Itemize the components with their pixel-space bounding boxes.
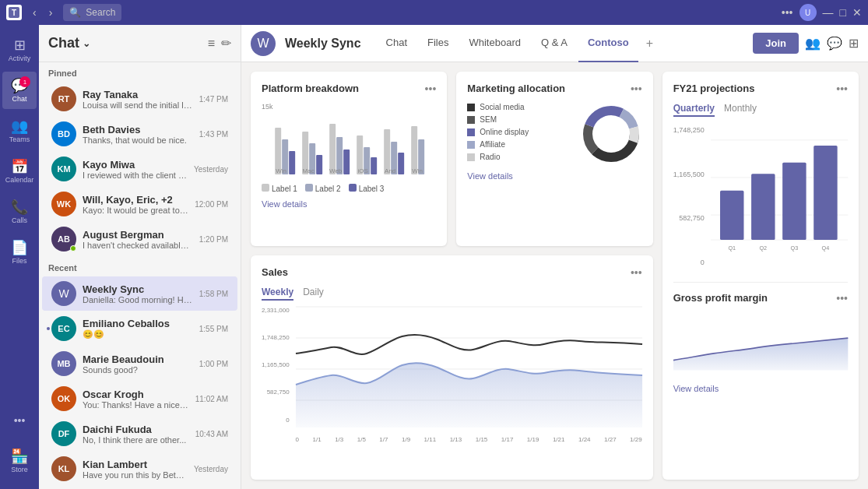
sidebar-item-chat[interactable]: 1 💬 Chat bbox=[2, 72, 37, 109]
tab-daily[interactable]: Daily bbox=[303, 287, 324, 301]
chat-item[interactable]: WK Will, Kayo, Eric, +2 Kayo: It would b… bbox=[42, 187, 237, 221]
chat-title-text: Chat bbox=[48, 35, 79, 51]
sales-x-axis: 01/11/31/51/71/91/111/131/151/171/191/21… bbox=[296, 436, 642, 443]
chat-time: 11:02 AM bbox=[195, 395, 228, 403]
avatar: AB bbox=[51, 227, 76, 252]
legend-label: Social media bbox=[480, 103, 524, 111]
sidebar-item-label: Calendar bbox=[5, 176, 34, 184]
chat-item[interactable]: AB August Bergman I haven't checked avai… bbox=[42, 222, 237, 256]
chat-time: 12:00 PM bbox=[195, 200, 228, 209]
chat-preview: You: Thanks! Have a nice weekend bbox=[83, 400, 189, 410]
gross-profit-menu[interactable]: ••• bbox=[836, 292, 848, 304]
teams-icon: 👥 bbox=[11, 119, 28, 133]
dashboard: Platform breakdown ••• 15k bbox=[241, 62, 868, 489]
legend-color bbox=[467, 116, 475, 124]
user-avatar[interactable]: U bbox=[799, 4, 817, 21]
chat-dropdown-icon[interactable]: ⌄ bbox=[83, 38, 90, 49]
chat-item[interactable]: RT Ray Tanaka Louisa will send the initi… bbox=[42, 82, 237, 116]
chat-time: 1:20 PM bbox=[199, 235, 228, 244]
card-menu-button[interactable]: ••• bbox=[631, 83, 642, 95]
tab-monthly[interactable]: Monthly bbox=[724, 103, 757, 117]
fy21-projections-card: FY21 projections ••• Quarterly Monthly 1… bbox=[662, 72, 859, 480]
tab-qa[interactable]: Q & A bbox=[532, 25, 577, 62]
avatar: WK bbox=[51, 192, 76, 216]
participants-button[interactable]: 👥 bbox=[805, 36, 821, 51]
projection-bars: Q1 Q2 Q3 Q4 bbox=[711, 126, 848, 269]
chat-item[interactable]: MB Marie Beaudouin Sounds good? 1:00 PM bbox=[42, 347, 237, 381]
chat-info: Marie Beaudouin Sounds good? bbox=[83, 354, 193, 375]
projection-chart-area: 1,748,250 1,165,500 582,750 0 bbox=[673, 126, 848, 269]
chat-button[interactable]: 💬 bbox=[827, 36, 842, 51]
y-label: 582,750 bbox=[262, 389, 290, 396]
chat-name: Ray Tanaka bbox=[83, 89, 193, 100]
pinned-section-label: Pinned bbox=[39, 62, 241, 81]
chat-item[interactable]: DF Daichi Fukuda No, I think there are o… bbox=[42, 417, 237, 451]
chat-preview: Kayo: It would be great to sync... bbox=[83, 206, 188, 215]
card-menu-button[interactable]: ••• bbox=[631, 266, 642, 279]
filter-button[interactable]: ≡ bbox=[208, 36, 215, 51]
sidebar-item-teams[interactable]: 👥 Teams bbox=[2, 112, 37, 150]
more-options-button[interactable]: ••• bbox=[782, 6, 793, 19]
chat-item[interactable]: BD Beth Davies Thanks, that would be nic… bbox=[42, 117, 237, 151]
sidebar-item-calls[interactable]: 📞 Calls bbox=[2, 193, 37, 230]
minimize-button[interactable]: — bbox=[823, 6, 834, 19]
view-details-link[interactable]: View details bbox=[673, 384, 848, 393]
chat-preview: Thanks, that would be nice. bbox=[83, 135, 193, 145]
sidebar-item-label: Chat bbox=[12, 95, 26, 103]
view-details-link[interactable]: View details bbox=[262, 199, 436, 209]
tab-contoso[interactable]: Contoso bbox=[578, 25, 638, 62]
chat-item[interactable]: W Weekly Sync Daniella: Good morning! He… bbox=[42, 276, 237, 311]
sidebar-item-store[interactable]: 🏪 Store bbox=[2, 442, 37, 480]
back-button[interactable]: ‹ bbox=[28, 5, 41, 20]
legend-item: Radio bbox=[467, 153, 571, 161]
sidebar-item-files[interactable]: 📄 Files bbox=[2, 234, 37, 271]
chat-item[interactable]: EC Emiliano Ceballos 😊😊 1:55 PM bbox=[42, 311, 237, 346]
chat-info: Daichi Fukuda No, I think there are othe… bbox=[83, 424, 189, 445]
chat-preview: No, I think there are other... bbox=[83, 435, 189, 445]
chat-item[interactable]: OK Oscar Krogh You: Thanks! Have a nice … bbox=[42, 382, 237, 416]
close-button[interactable]: ✕ bbox=[852, 6, 862, 19]
chat-item[interactable]: KL Kian Lambert Have you run this by Bet… bbox=[42, 452, 237, 486]
sales-chart: 01/11/31/51/71/91/111/131/151/171/191/21… bbox=[296, 307, 642, 443]
sidebar-item-more[interactable]: ••• bbox=[2, 402, 37, 439]
join-button[interactable]: Join bbox=[753, 33, 799, 54]
legend-label: Affiliate bbox=[480, 140, 505, 149]
search-bar[interactable]: 🔍 Search bbox=[63, 4, 121, 21]
svg-rect-16 bbox=[398, 153, 404, 174]
svg-rect-35 bbox=[751, 174, 775, 240]
sidebar-item-calendar[interactable]: 📅 Calendar bbox=[2, 153, 37, 190]
marketing-inner: Social media SEM Online display Aff bbox=[467, 103, 641, 165]
tab-chat[interactable]: Chat bbox=[377, 25, 416, 62]
avatar-wrapper: EC bbox=[51, 316, 76, 341]
sales-line-chart bbox=[296, 307, 642, 431]
y-axis: 1,748,250 1,165,500 582,750 0 bbox=[673, 126, 708, 266]
add-tab-button[interactable]: + bbox=[640, 25, 659, 62]
tab-weekly[interactable]: Weekly bbox=[262, 287, 293, 301]
chat-preview: I reviewed with the client on... bbox=[83, 171, 188, 180]
platform-breakdown-card: Platform breakdown ••• 15k bbox=[251, 72, 447, 246]
forward-button[interactable]: › bbox=[44, 5, 58, 20]
card-menu-button[interactable]: ••• bbox=[836, 83, 848, 95]
maximize-button[interactable]: □ bbox=[840, 6, 846, 19]
gross-profit-title: Gross profit margin bbox=[673, 292, 768, 304]
channel-tabs: Chat Files Whiteboard Q & A Contoso + bbox=[377, 25, 659, 62]
y-label: 0 bbox=[262, 417, 290, 424]
nav-arrows: ‹ › bbox=[28, 5, 57, 20]
chat-info: Emiliano Ceballos 😊😊 bbox=[83, 318, 193, 339]
y-label: 2,331,000 bbox=[262, 307, 290, 314]
chat-item[interactable]: KM Kayo Miwa I reviewed with the client … bbox=[42, 152, 237, 186]
expand-button[interactable]: ⊞ bbox=[849, 36, 859, 51]
svg-text:Q3: Q3 bbox=[790, 244, 798, 252]
chat-time: Yesterday bbox=[194, 165, 228, 174]
card-menu-button[interactable]: ••• bbox=[425, 83, 437, 95]
app-logo: T bbox=[6, 5, 22, 20]
view-details-link[interactable]: View details bbox=[467, 171, 641, 181]
sidebar-item-activity[interactable]: ⊞ Activity bbox=[2, 31, 37, 69]
tab-whiteboard[interactable]: Whiteboard bbox=[459, 25, 529, 62]
gross-profit-chart bbox=[673, 312, 848, 375]
gross-profit-section: Gross profit margin ••• View bbox=[673, 282, 848, 393]
tab-quarterly[interactable]: Quarterly bbox=[673, 103, 715, 117]
tab-files[interactable]: Files bbox=[418, 25, 458, 62]
new-chat-button[interactable]: ✏ bbox=[221, 36, 231, 51]
sales-card: Sales ••• Weekly Daily 2,331,000 1,748,2… bbox=[251, 255, 653, 480]
